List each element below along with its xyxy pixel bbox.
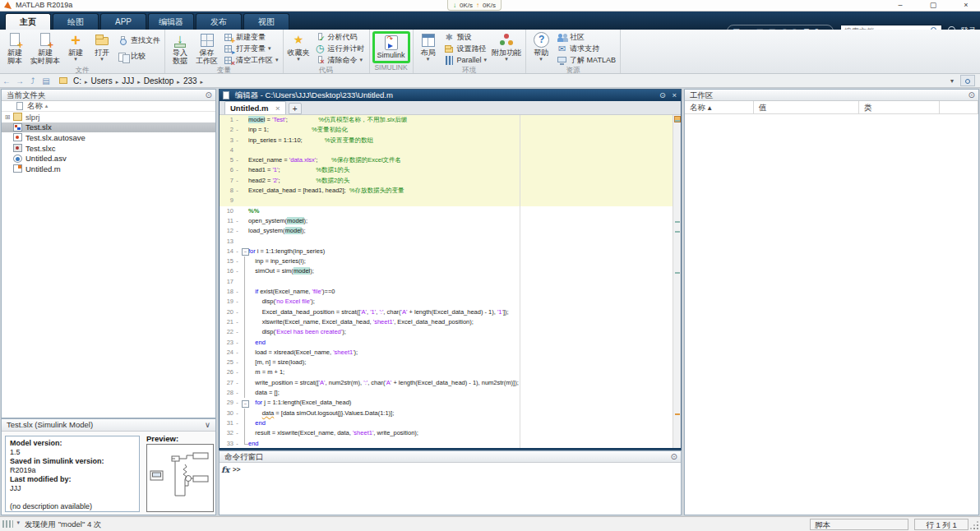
parallel-button[interactable]: Parallel▾ (442, 54, 489, 66)
line-number[interactable]: 26 (220, 367, 233, 377)
clear-workspace-button[interactable]: 清空工作区▾ (221, 54, 280, 66)
occurrence-mark[interactable] (675, 120, 680, 122)
ribbon-tab-视图[interactable]: 视图 (243, 13, 289, 30)
learn-matlab-button[interactable]: 了解 MATLAB (555, 54, 617, 66)
breadcrumb-item[interactable]: 233 (181, 76, 200, 85)
close-icon[interactable]: × (672, 90, 677, 100)
run-and-time-button[interactable]: 运行并计时 (313, 43, 367, 54)
details-header[interactable]: Test.slx (Simulink Model) ∨ (2, 419, 215, 432)
back-icon[interactable]: ← (0, 76, 13, 85)
community-button[interactable]: 社区 (555, 31, 617, 43)
line-number[interactable]: 30 (220, 409, 233, 418)
workspace-column-值[interactable]: 值 (754, 101, 859, 113)
busy-indicator-icon[interactable] (2, 520, 13, 528)
analyze-code-button[interactable]: 分析代码 (313, 31, 367, 43)
code-fold-icon[interactable] (241, 398, 248, 408)
warning-mark[interactable] (675, 413, 680, 415)
maximize-button[interactable]: ▢ (921, 0, 945, 11)
workspace-column-名称[interactable]: 名称 ▴ (685, 101, 754, 113)
line-number[interactable]: 16 (220, 266, 233, 276)
panel-menu-icon[interactable]: ⊙ (968, 90, 975, 100)
file-row-Untitled.asv[interactable]: Untitled.asv (2, 153, 215, 164)
import-data-button[interactable]: 导入数据 (168, 31, 192, 66)
expand-icon[interactable]: ⊞ (2, 113, 13, 121)
new-button[interactable]: 新建▾ (63, 31, 88, 66)
preferences-button[interactable]: 预设 (442, 31, 489, 43)
line-number[interactable]: 15 (220, 256, 233, 266)
line-number[interactable]: 1 (220, 115, 233, 125)
line-number[interactable]: 8 (220, 186, 233, 196)
line-number[interactable]: 3 (220, 136, 233, 145)
line-number[interactable]: 19 (220, 297, 233, 307)
line-number[interactable]: 12 (220, 226, 233, 236)
new-variable-button[interactable]: 新建变量 (221, 31, 280, 43)
ribbon-tab-绘图[interactable]: 绘图 (53, 13, 99, 30)
breadcrumb-item[interactable]: Users (89, 76, 115, 85)
workspace-column-headers[interactable]: 名称 ▴值类 (685, 101, 978, 114)
line-number[interactable]: 11 (220, 216, 233, 226)
ribbon-tab-发布[interactable]: 发布 (196, 13, 242, 30)
code-fold-icon[interactable] (241, 439, 248, 449)
line-number[interactable]: 2 (220, 125, 233, 135)
file-row-Test.slx.autosave[interactable]: Test.slx.autosave (2, 132, 215, 143)
line-number[interactable]: 5 (220, 155, 233, 165)
line-number[interactable]: 32 (220, 428, 233, 438)
line-number[interactable]: 4 (220, 145, 233, 155)
code-editor-area[interactable]: 1-model = 'Test'; %仿真模型名称，不用加.slx后缀2-inp… (220, 115, 681, 448)
line-number[interactable]: 33 (220, 439, 233, 449)
line-number[interactable]: 21 (220, 317, 233, 327)
line-number[interactable]: 22 (220, 327, 233, 337)
breadcrumb-item[interactable]: JJJ (119, 76, 136, 85)
ribbon-tab-编辑器[interactable]: 编辑器 (148, 13, 194, 30)
address-dropdown-icon[interactable]: ▾ (950, 77, 954, 85)
request-support-button[interactable]: 请求支持 (555, 43, 617, 54)
browse-folder-icon[interactable]: ▤ (39, 76, 53, 85)
occurrence-mark[interactable] (675, 221, 680, 223)
line-number[interactable]: 31 (220, 418, 233, 428)
forward-icon[interactable]: → (13, 76, 26, 85)
fx-icon[interactable]: fx (221, 465, 229, 474)
help-button[interactable]: 帮助▾ (529, 31, 553, 66)
line-number[interactable]: 25 (220, 358, 233, 367)
file-row-Test.slxc[interactable]: Test.slxc (2, 143, 215, 154)
line-number[interactable]: 13 (220, 237, 233, 247)
line-number[interactable]: 10 (220, 206, 233, 216)
line-number[interactable]: 29 (220, 398, 233, 408)
file-list[interactable]: ⊞slprjTest.slxTest.slx.autosaveTest.slxc… (2, 112, 215, 174)
open-variable-button[interactable]: 打开变量▾ (221, 43, 280, 54)
line-number[interactable]: 17 (220, 277, 233, 287)
command-window-body[interactable]: fx >> (220, 463, 681, 515)
tab-close-icon[interactable]: × (275, 104, 280, 113)
panel-menu-icon[interactable]: ⊙ (659, 90, 666, 100)
new-live-script-button[interactable]: 新建实时脚本 (29, 31, 62, 66)
clear-commands-button[interactable]: 清除命令▾ (313, 54, 367, 66)
line-number[interactable]: 7 (220, 176, 233, 186)
close-button[interactable]: × (954, 0, 978, 11)
line-number[interactable]: 9 (220, 196, 233, 205)
folder-search-button[interactable] (960, 75, 975, 86)
collapse-chevron-icon[interactable]: ∨ (205, 419, 210, 431)
favorites-button[interactable]: 收藏夹▾ (286, 31, 312, 66)
add-ons-button[interactable]: 附加功能▾ (490, 31, 523, 66)
find-files-button[interactable]: 查找文件 (116, 35, 162, 47)
new-tab-button[interactable]: + (289, 103, 302, 114)
set-path-button[interactable]: 设置路径 (442, 43, 489, 54)
tab-untitled-m[interactable]: Untitled.m × (224, 101, 286, 114)
line-number[interactable]: 27 (220, 378, 233, 388)
breadcrumb-item[interactable]: C: (71, 76, 84, 85)
breadcrumb-item[interactable]: Desktop (141, 76, 177, 85)
new-script-button[interactable]: 新建脚本 (2, 31, 27, 66)
ribbon-tab-主页[interactable]: 主页 (5, 13, 51, 30)
file-row-Test.slx[interactable]: Test.slx (2, 122, 215, 133)
line-number[interactable]: 14 (220, 247, 233, 256)
line-number[interactable]: 20 (220, 307, 233, 317)
panel-menu-icon[interactable]: ⊙ (671, 451, 677, 462)
line-number[interactable]: 6 (220, 165, 233, 175)
file-row-Untitled.m[interactable]: Untitled.m (2, 164, 215, 174)
workspace-column-类[interactable]: 类 (859, 101, 940, 113)
line-number[interactable]: 24 (220, 348, 233, 358)
occurrence-mark[interactable] (675, 272, 680, 274)
open-button[interactable]: 打开▾ (90, 31, 114, 66)
panel-menu-icon[interactable]: ⊙ (206, 90, 212, 100)
simulink-button[interactable]: Simulink (376, 34, 407, 61)
